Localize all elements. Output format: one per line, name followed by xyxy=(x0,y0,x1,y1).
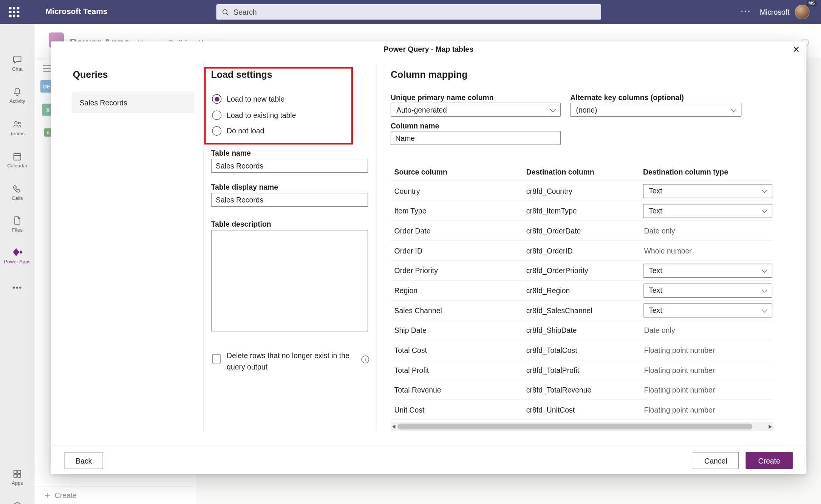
dropdown-value: Text xyxy=(649,266,662,275)
unique-primary-label: Unique primary name column xyxy=(391,93,494,102)
source-column-value: Ship Date xyxy=(394,326,427,334)
table-row: Unit Cost cr8fd_UnitCost Floating point … xyxy=(391,400,773,420)
scroll-left-arrow-icon[interactable] xyxy=(392,424,395,428)
power-apps-icon xyxy=(12,247,23,258)
alternate-key-dropdown[interactable]: (none) xyxy=(570,103,741,117)
rail-item-files[interactable]: Files xyxy=(0,215,34,233)
table-row: Order Date cr8fd_OrderDate Date only xyxy=(391,221,773,241)
avatar[interactable] xyxy=(795,5,810,19)
load-settings-heading: Load settings xyxy=(211,70,272,80)
search-input[interactable] xyxy=(233,8,548,16)
rail-label: Calendar xyxy=(0,163,34,169)
radio-label: Load to new table xyxy=(227,95,284,103)
radio-do-not-load[interactable]: Do not load xyxy=(212,126,264,136)
chevron-down-icon xyxy=(762,306,768,312)
source-column-value: Item Type xyxy=(394,207,427,215)
info-icon[interactable]: i xyxy=(361,356,369,363)
destination-column-value: cr8fd_TotalProfit xyxy=(526,366,579,374)
destination-type-dropdown[interactable]: Text xyxy=(643,263,772,277)
table-row: Sales Channel cr8fd_SalesChannel Text xyxy=(391,301,773,321)
rail-item-teams[interactable]: Teams xyxy=(0,119,34,136)
rail-label: Teams xyxy=(0,130,34,136)
destination-type-dropdown[interactable]: Text xyxy=(643,283,772,297)
search-icon xyxy=(221,8,229,16)
more-options-icon[interactable]: ··· xyxy=(741,6,751,16)
radio-button xyxy=(212,110,221,120)
table-display-name-label: Table display name xyxy=(211,183,278,191)
table-row: Ship Date cr8fd_ShipDate Date only xyxy=(391,320,773,340)
delete-rows-checkbox[interactable] xyxy=(212,354,221,363)
search-bar[interactable] xyxy=(216,4,601,20)
radio-button-selected xyxy=(212,94,221,104)
table-display-name-input[interactable] xyxy=(211,193,368,207)
table-row: Total Cost cr8fd_TotalCost Floating poin… xyxy=(391,340,773,360)
power-query-map-tables-dialog: Power Query - Map tables × Queries Sales… xyxy=(51,41,806,474)
destination-type-readonly: Date only xyxy=(644,226,675,235)
teams-left-rail: Chat Activity Teams Calendar Calls Files… xyxy=(0,24,34,504)
destination-column-value: cr8fd_ItemType xyxy=(526,207,577,215)
horizontal-scrollbar[interactable] xyxy=(391,422,773,431)
table-name-input[interactable] xyxy=(211,159,368,173)
destination-column-value: cr8fd_UnitCost xyxy=(526,405,575,414)
screen: DE X tt + Create Power Apps Home Build A… xyxy=(0,0,821,504)
scroll-right-arrow-icon[interactable] xyxy=(769,424,772,428)
rail-item-help[interactable]: Help xyxy=(0,501,34,504)
rail-item-power-apps[interactable]: Power Apps xyxy=(0,247,34,264)
rail-item-calls[interactable]: Calls xyxy=(0,184,34,201)
dropdown-value: Text xyxy=(649,286,662,294)
radio-label: Do not load xyxy=(227,127,264,135)
radio-load-new-table[interactable]: Load to new table xyxy=(212,94,284,104)
source-column-value: Total Profit xyxy=(394,366,429,374)
more-dots-icon: ••• xyxy=(12,283,22,292)
destination-column-value: cr8fd_OrderDate xyxy=(526,226,581,235)
column-mapping-heading: Column mapping xyxy=(391,70,468,80)
destination-column-value: cr8fd_OrderPriority xyxy=(526,266,588,275)
alternate-key-label: Alternate key columns (optional) xyxy=(570,93,684,102)
destination-column-value: cr8fd_SalesChannel xyxy=(526,306,592,314)
calendar-icon xyxy=(12,152,23,162)
apps-grid-icon xyxy=(12,468,23,479)
dropdown-value: Text xyxy=(649,306,662,314)
panel-divider xyxy=(203,63,204,431)
table-row: Order Priority cr8fd_OrderPriority Text xyxy=(391,261,773,281)
destination-column-value: cr8fd_TotalRevenue xyxy=(526,386,592,394)
dialog-footer: Back Cancel Create xyxy=(51,445,806,474)
unique-primary-dropdown[interactable]: Auto-generated xyxy=(391,103,561,117)
radio-label: Load to existing table xyxy=(227,111,296,119)
create-button[interactable]: Create xyxy=(746,452,793,469)
dropdown-value: Text xyxy=(649,207,662,215)
destination-type-dropdown[interactable]: Text xyxy=(643,204,772,218)
destination-type-readonly: Whole number xyxy=(644,246,692,255)
rail-item-more[interactable]: ••• xyxy=(0,283,34,292)
table-row: Total Revenue cr8fd_TotalRevenue Floatin… xyxy=(391,380,773,400)
rail-item-calendar[interactable]: Calendar xyxy=(0,152,34,169)
destination-column-value: cr8fd_ShipDate xyxy=(526,326,577,334)
close-icon[interactable]: × xyxy=(793,42,799,57)
destination-column-value: cr8fd_Country xyxy=(526,187,572,195)
mapping-table-header: Source column Destination column Destina… xyxy=(391,163,773,181)
rail-item-apps[interactable]: Apps xyxy=(0,468,34,486)
rail-item-activity[interactable]: Activity xyxy=(0,87,34,104)
radio-button xyxy=(212,126,221,136)
mapping-table-body: Country cr8fd_Country Text Item Type cr8… xyxy=(391,181,773,420)
column-mapping-panel: Column mapping Unique primary name colum… xyxy=(391,41,773,439)
back-button[interactable]: Back xyxy=(64,452,103,469)
rail-label: Chat xyxy=(0,66,34,72)
rail-label: Files xyxy=(0,227,34,232)
destination-column-value: cr8fd_Region xyxy=(526,286,570,294)
destination-type-dropdown[interactable]: Text xyxy=(643,184,772,198)
table-description-textarea[interactable] xyxy=(211,230,368,331)
waffle-menu-icon[interactable] xyxy=(9,7,20,17)
destination-type-dropdown[interactable]: Text xyxy=(643,303,772,317)
radio-load-existing-table[interactable]: Load to existing table xyxy=(212,110,296,121)
rail-item-chat[interactable]: Chat xyxy=(0,54,34,72)
cancel-button[interactable]: Cancel xyxy=(693,452,739,469)
table-description-label: Table description xyxy=(211,220,271,228)
column-name-input[interactable] xyxy=(391,131,561,145)
scrollbar-thumb[interactable] xyxy=(397,424,753,429)
chevron-down-icon xyxy=(762,287,768,293)
delete-rows-label: Delete rows that no longer exist in the … xyxy=(227,350,353,373)
source-column-value: Order Date xyxy=(394,226,431,235)
query-list-item[interactable]: Sales Records xyxy=(72,92,194,113)
file-icon xyxy=(12,215,23,226)
